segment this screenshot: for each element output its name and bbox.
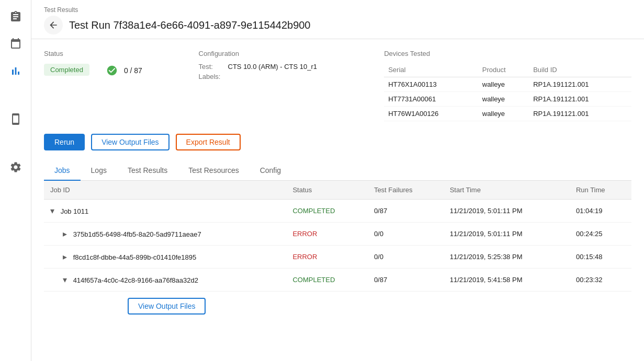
tab-config[interactable]: Config — [250, 161, 291, 181]
job-start-cell: 11/21/2019, 5:01:11 PM — [444, 223, 570, 246]
sidebar-item-clipboard[interactable] — [3, 4, 28, 29]
col-run-time: Run Time — [570, 181, 631, 200]
col-start-time: Start Time — [444, 181, 570, 200]
job-id-cell: ▾ 414f657a-4c0c-42c8-9166-aa76f8aa32d2 — [44, 269, 286, 292]
job-id-cell: ▸ f8cd1c8f-dbbe-44a5-899b-c01410fe1895 — [44, 246, 286, 269]
col-test-failures: Test Failures — [368, 181, 444, 200]
job-failures-cell: 0/87 — [368, 200, 444, 223]
col-status: Status — [286, 181, 367, 200]
job-failures-cell: 0/0 — [368, 246, 444, 269]
job-id-cell: ▾ Job 1011 — [44, 200, 286, 223]
sidebar-item-calendar[interactable] — [3, 31, 28, 56]
job-id-label: f8cd1c8f-dbbe-44a5-899b-c01410fe1895 — [73, 253, 197, 261]
status-badge: Completed — [44, 64, 89, 76]
expand-button[interactable]: ▾ — [61, 275, 69, 285]
config-test-row: Test: CTS 10.0 (ARM) - CTS 10_r1 — [199, 63, 385, 71]
device-serial: HT76X1A00113 — [384, 77, 478, 92]
table-row: ▾ Job 1011 COMPLETED 0/87 11/21/2019, 5:… — [44, 200, 631, 223]
job-id-label: 414f657a-4c0c-42c8-9166-aa76f8aa32d2 — [73, 276, 198, 284]
device-build-id: RP1A.191121.001 — [529, 92, 631, 107]
sidebar — [0, 0, 31, 361]
col-job-id: Job ID — [44, 181, 286, 200]
job-id-cell: ▸ 375b1d55-6498-4fb5-8a20-5ad9711aeae7 — [44, 223, 286, 246]
rerun-button[interactable]: Rerun — [44, 134, 85, 150]
device-row: HT76X1A00113 walleye RP1A.191121.001 — [384, 77, 631, 92]
devices-col-build: Build ID — [529, 63, 631, 77]
config-labels-label: Labels: — [199, 73, 224, 80]
job-id-label: Job 1011 — [61, 207, 89, 215]
device-serial: HT76W1A00126 — [384, 107, 478, 121]
breadcrumb: Test Results — [44, 6, 631, 14]
job-status-cell: ERROR — [286, 246, 367, 269]
devices-col-serial: Serial — [384, 63, 478, 77]
device-product: walleye — [478, 92, 529, 107]
tab-logs[interactable]: Logs — [81, 161, 117, 181]
expand-button[interactable]: ▸ — [61, 229, 69, 239]
job-start-cell: 11/21/2019, 5:25:38 PM — [444, 246, 570, 269]
job-failures-cell: 0/0 — [368, 223, 444, 246]
device-serial: HT7731A00061 — [384, 92, 478, 107]
tab-test-resources[interactable]: Test Resources — [178, 161, 249, 181]
device-product: walleye — [478, 77, 529, 92]
sidebar-item-settings[interactable] — [3, 155, 28, 180]
job-runtime-cell: 00:24:25 — [570, 223, 631, 246]
tabs-row: JobsLogsTest ResultsTest ResourcesConfig — [44, 161, 631, 181]
check-row: 0 / 87 — [106, 65, 142, 76]
job-status-cell: ERROR — [286, 223, 367, 246]
devices-title: Devices Tested — [384, 50, 631, 57]
check-circle-icon — [106, 65, 118, 76]
job-failures-cell: 0/87 — [368, 269, 444, 292]
devices-block: Devices Tested Serial Product Build ID H… — [384, 50, 631, 121]
expand-button[interactable]: ▸ — [61, 252, 69, 262]
info-section: Status Completed 0 / 87 Configuration Te… — [44, 50, 631, 121]
job-runtime-cell: 00:23:32 — [570, 269, 631, 292]
actions-row: Rerun View Output Files Export Result — [44, 134, 631, 150]
table-row: ▾ 414f657a-4c0c-42c8-9166-aa76f8aa32d2 C… — [44, 269, 631, 292]
config-test-label: Test: — [199, 63, 224, 71]
config-title: Configuration — [199, 50, 385, 57]
status-block: Status Completed 0 / 87 — [44, 50, 199, 121]
config-block: Configuration Test: CTS 10.0 (ARM) - CTS… — [199, 50, 385, 121]
bottom-view-output-button[interactable]: View Output Files — [128, 298, 206, 315]
content-area: Status Completed 0 / 87 Configuration Te… — [31, 39, 644, 361]
device-row: HT7731A00061 walleye RP1A.191121.001 — [384, 92, 631, 107]
device-row: HT76W1A00126 walleye RP1A.191121.001 — [384, 107, 631, 121]
table-row: ▸ f8cd1c8f-dbbe-44a5-899b-c01410fe1895 E… — [44, 246, 631, 269]
check-count: 0 / 87 — [124, 66, 142, 75]
tab-jobs[interactable]: Jobs — [44, 161, 81, 181]
job-status-cell: COMPLETED — [286, 200, 367, 223]
header: Test Results Test Run 7f38a1e4-6e66-4091… — [31, 0, 644, 39]
job-start-cell: 11/21/2019, 5:01:11 PM — [444, 200, 570, 223]
device-build-id: RP1A.191121.001 — [529, 107, 631, 121]
device-build-id: RP1A.191121.001 — [529, 77, 631, 92]
table-row: ▸ 375b1d55-6498-4fb5-8a20-5ad9711aeae7 E… — [44, 223, 631, 246]
sidebar-item-device[interactable] — [3, 107, 28, 132]
sidebar-item-analytics[interactable] — [3, 59, 28, 84]
config-test-value: CTS 10.0 (ARM) - CTS 10_r1 — [228, 63, 318, 71]
bottom-view-output-row: View Output Files — [44, 292, 631, 321]
job-id-label: 375b1d55-6498-4fb5-8a20-5ad9711aeae7 — [73, 230, 201, 238]
back-button[interactable] — [44, 16, 63, 34]
device-product: walleye — [478, 107, 529, 121]
tab-test-results[interactable]: Test Results — [117, 161, 178, 181]
job-runtime-cell: 00:15:48 — [570, 246, 631, 269]
job-runtime-cell: 01:04:19 — [570, 200, 631, 223]
job-status-cell: COMPLETED — [286, 269, 367, 292]
devices-col-product: Product — [478, 63, 529, 77]
expand-button[interactable]: ▾ — [48, 206, 57, 216]
jobs-table: Job ID Status Test Failures Start Time R… — [44, 181, 631, 292]
config-labels-row: Labels: — [199, 73, 385, 80]
devices-table: Serial Product Build ID HT76X1A00113 wal… — [384, 63, 631, 121]
status-title: Status — [44, 50, 199, 57]
export-result-button[interactable]: Export Result — [176, 134, 241, 150]
view-output-button[interactable]: View Output Files — [91, 134, 169, 150]
header-title-row: Test Run 7f38a1e4-6e66-4091-a897-9e11544… — [44, 16, 631, 34]
main-content: Test Results Test Run 7f38a1e4-6e66-4091… — [31, 0, 644, 361]
job-start-cell: 11/21/2019, 5:41:58 PM — [444, 269, 570, 292]
page-title: Test Run 7f38a1e4-6e66-4091-a897-9e11544… — [69, 19, 311, 31]
